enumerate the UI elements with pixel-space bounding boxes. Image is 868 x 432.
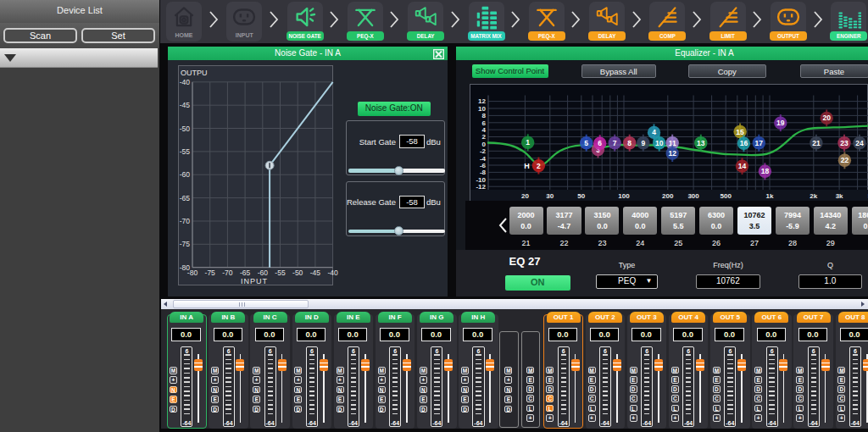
svg-text:6: 6 — [482, 119, 487, 127]
svg-text:-75: -75 — [180, 240, 191, 248]
svg-text:100: 100 — [618, 192, 630, 200]
svg-text:10: 10 — [478, 105, 486, 113]
svg-text:-8: -8 — [480, 169, 487, 176]
svg-text:19: 19 — [776, 119, 785, 127]
svg-text:-4: -4 — [480, 155, 487, 163]
svg-text:500: 500 — [721, 192, 732, 200]
svg-text:-40: -40 — [180, 78, 191, 86]
svg-text:300: 300 — [687, 192, 699, 200]
svg-text:-2: -2 — [480, 147, 487, 155]
svg-text:22: 22 — [841, 156, 849, 164]
svg-text:16: 16 — [740, 139, 748, 147]
svg-text:50: 50 — [577, 192, 585, 200]
svg-text:H: H — [524, 162, 530, 170]
svg-text:21: 21 — [812, 139, 821, 147]
svg-text:-6: -6 — [480, 162, 487, 169]
svg-text:10: 10 — [655, 139, 664, 147]
svg-text:2k: 2k — [810, 192, 817, 200]
svg-text:7: 7 — [613, 139, 617, 147]
svg-text:2: 2 — [482, 133, 487, 141]
svg-text:-55: -55 — [180, 147, 191, 156]
svg-text:0: 0 — [482, 141, 487, 148]
svg-text:8: 8 — [627, 139, 632, 147]
svg-text:20: 20 — [521, 192, 529, 200]
svg-text:INPUT: INPUT — [241, 277, 268, 285]
svg-text:30: 30 — [546, 192, 554, 200]
svg-text:8: 8 — [482, 112, 487, 119]
svg-text:-60: -60 — [258, 269, 269, 277]
svg-text:-75: -75 — [205, 269, 216, 277]
svg-text:20: 20 — [822, 114, 831, 122]
svg-text:-70: -70 — [222, 269, 233, 277]
svg-text:5: 5 — [584, 139, 588, 147]
svg-text:24: 24 — [855, 139, 864, 147]
svg-text:15: 15 — [736, 128, 744, 136]
svg-text:-50: -50 — [180, 125, 191, 133]
svg-text:12: 12 — [668, 149, 676, 158]
svg-text:1k: 1k — [766, 192, 774, 200]
svg-text:-45: -45 — [310, 269, 321, 277]
svg-text:17: 17 — [755, 139, 764, 147]
svg-text:2: 2 — [537, 162, 541, 170]
svg-text:-45: -45 — [180, 101, 191, 109]
svg-text:6: 6 — [598, 139, 602, 147]
svg-text:-70: -70 — [180, 217, 191, 225]
svg-text:-60: -60 — [180, 170, 191, 179]
svg-text:-55: -55 — [275, 269, 286, 277]
svg-text:-65: -65 — [180, 194, 191, 202]
svg-text:1: 1 — [526, 138, 530, 147]
svg-text:OUTPU: OUTPU — [181, 69, 208, 77]
svg-text:12: 12 — [478, 97, 486, 105]
svg-text:4: 4 — [482, 126, 487, 134]
svg-text:3k: 3k — [836, 192, 843, 200]
svg-text:-50: -50 — [292, 269, 303, 277]
svg-text:-12: -12 — [476, 183, 486, 191]
svg-text:18: 18 — [761, 167, 770, 175]
svg-text:9: 9 — [641, 139, 645, 147]
svg-text:4: 4 — [652, 128, 656, 136]
svg-text:-65: -65 — [240, 269, 251, 277]
svg-text:14: 14 — [738, 162, 747, 170]
svg-text:-40: -40 — [327, 269, 338, 277]
svg-text:23: 23 — [840, 139, 849, 147]
svg-text:-10: -10 — [476, 176, 486, 184]
svg-text:-80: -80 — [180, 263, 191, 272]
svg-text:13: 13 — [697, 139, 705, 147]
svg-text:200: 200 — [662, 192, 674, 200]
